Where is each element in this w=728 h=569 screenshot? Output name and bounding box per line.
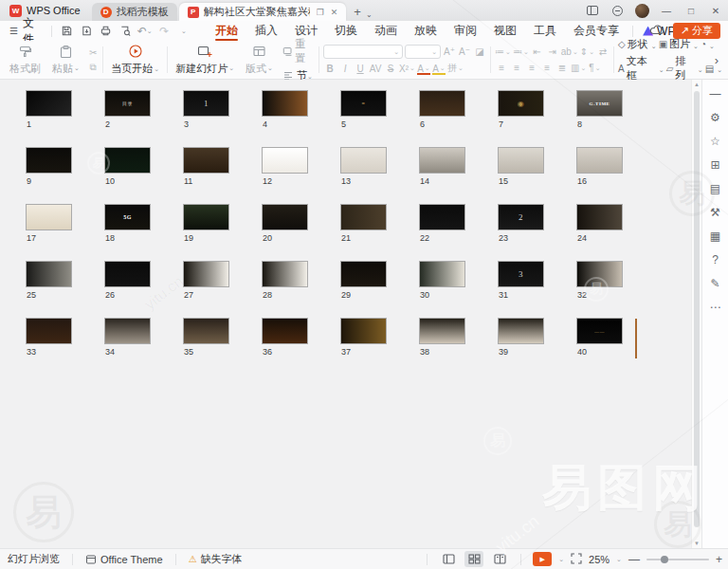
slide-thumbnail-17[interactable] — [26, 204, 72, 230]
slide-thumbnail-13[interactable] — [340, 147, 387, 174]
slide-thumbnail-19[interactable] — [183, 204, 229, 230]
play-options-chevron-icon[interactable]: ⌄ — [558, 556, 564, 563]
print-button[interactable] — [96, 23, 116, 40]
play-from-current-button[interactable]: 当页开始⌄ — [107, 44, 163, 76]
print-preview-button[interactable] — [116, 23, 136, 40]
strikethrough-button[interactable]: S — [384, 62, 397, 75]
new-slide-button[interactable]: 新建幻灯片⌄ — [172, 45, 238, 76]
zoom-in-button[interactable]: + — [716, 553, 722, 566]
maximize-button[interactable]: □ — [679, 0, 703, 21]
slide-thumbnail-4[interactable] — [262, 90, 308, 117]
increase-indent-button[interactable]: ⇥ — [546, 46, 559, 59]
scroll-up-icon[interactable]: ▲ — [692, 82, 701, 87]
slide-thumbnail-40[interactable]: —— — [576, 318, 623, 344]
properties-icon[interactable]: ⚙ — [710, 111, 720, 124]
highlight-color-button[interactable]: A — [432, 64, 446, 75]
slide-thumbnail-39[interactable] — [498, 318, 544, 344]
zoom-out-button[interactable]: — — [628, 553, 640, 566]
zoom-slider-knob[interactable] — [661, 556, 668, 563]
menu-tab-放映[interactable]: 放映 — [406, 21, 446, 41]
slide-thumbnail-6[interactable] — [419, 90, 465, 117]
char-spacing-button[interactable]: AV — [369, 62, 382, 75]
slide-thumbnail-9[interactable] — [26, 147, 72, 174]
decrease-font-button[interactable]: A⁻ — [458, 46, 471, 59]
paragraph-settings-button[interactable]: ¶ — [588, 62, 601, 75]
slide-thumbnail-34[interactable] — [104, 318, 151, 344]
menu-tab-审阅[interactable]: 审阅 — [446, 21, 485, 41]
decrease-indent-button[interactable]: ⇤ — [531, 46, 544, 59]
help-icon[interactable]: ? — [712, 253, 719, 266]
vertical-scrollbar[interactable]: ▲ ▼ — [691, 80, 701, 548]
slide-thumbnail-5[interactable]: ≡ — [340, 90, 387, 117]
layout-toggle-button[interactable] — [580, 0, 605, 21]
slide-thumbnail-31[interactable]: 3 — [498, 261, 544, 287]
justify-button[interactable]: ≡ — [540, 62, 554, 75]
align-right-button[interactable]: ≡ — [525, 62, 538, 75]
close-button[interactable]: ✕ — [703, 0, 728, 21]
slide-thumbnail-16[interactable] — [576, 147, 623, 174]
bold-button[interactable]: B — [323, 62, 337, 75]
tab-list-chevron-icon[interactable]: ⌄ — [366, 10, 373, 21]
slide-sorter-view-button[interactable] — [464, 551, 483, 567]
favorites-icon[interactable]: ☆ — [710, 135, 720, 148]
arrange-button[interactable]: ▱排列 — [666, 54, 703, 83]
shapes-button[interactable]: ◇形状 — [618, 37, 657, 51]
slide-thumbnail-18[interactable]: 5G — [104, 204, 151, 230]
tools-icon[interactable]: ⚒ — [710, 206, 720, 219]
slide-thumbnail-22[interactable] — [419, 204, 465, 230]
format-painter-button[interactable]: 格式刷 — [6, 45, 45, 76]
text-direction-button[interactable]: ⇄ — [596, 46, 610, 59]
expand-ribbon-button[interactable]: › — [715, 53, 719, 67]
italic-button[interactable]: I — [338, 62, 352, 75]
fill-style-button[interactable]: ◔ — [701, 39, 715, 50]
slide-thumbnail-36[interactable] — [262, 318, 308, 344]
minimize-button[interactable]: — — [654, 0, 679, 21]
slide-thumbnail-37[interactable] — [340, 318, 387, 344]
layout-button[interactable]: 版式⌄ — [242, 45, 277, 76]
feedback-icon[interactable]: ✎ — [710, 277, 719, 290]
quickbar-more-button[interactable]: ⌄ — [174, 23, 194, 40]
menu-tab-切换[interactable]: 切换 — [326, 21, 366, 41]
font-color-button[interactable]: A — [417, 64, 430, 75]
align-center-button[interactable]: ≡ — [510, 62, 523, 75]
resources-icon[interactable]: ▦ — [710, 229, 720, 243]
distribute-button[interactable]: ≣ — [555, 62, 569, 75]
slide-thumbnail-30[interactable] — [419, 261, 465, 287]
global-settings-button[interactable] — [605, 0, 629, 21]
reading-view-button[interactable] — [490, 551, 509, 567]
superscript-button[interactable]: X² — [399, 62, 415, 75]
slide-thumbnail-32[interactable] — [576, 261, 623, 287]
paste-button[interactable]: 粘贴⌄ — [48, 45, 83, 76]
increase-font-button[interactable]: A⁺ — [443, 46, 456, 59]
tab-preview-icon[interactable]: ❐ — [317, 8, 324, 17]
document-tab-docer[interactable]: D 找稻壳模板 — [92, 3, 177, 21]
copy-button[interactable]: ⧉ — [90, 62, 97, 73]
columns-button[interactable]: ▥ — [571, 62, 586, 75]
slide-thumbnail-28[interactable] — [262, 261, 308, 287]
font-size-select[interactable]: ⌄ — [405, 45, 441, 59]
document-tab-active[interactable]: P 解构社区大堂聚焦嘉兴科技站... ❐ ✕ — [179, 3, 347, 21]
slide-thumbnail-35[interactable] — [183, 318, 229, 344]
slide-thumbnail-3[interactable]: 1 — [183, 90, 229, 117]
cut-button[interactable]: ✂ — [89, 47, 97, 58]
slide-thumbnail-38[interactable] — [419, 318, 465, 344]
slide-thumbnail-21[interactable] — [340, 204, 387, 230]
fit-slide-button[interactable] — [571, 553, 582, 566]
slide-thumbnail-2[interactable]: 目录 — [104, 90, 151, 117]
text-shading-button[interactable]: ab — [561, 46, 578, 59]
clear-format-button[interactable]: ◪ — [473, 46, 486, 59]
align-left-button[interactable]: ≡ — [495, 62, 508, 75]
line-spacing-button[interactable]: ⇕ — [580, 46, 594, 59]
cloud-sync-button[interactable] — [649, 24, 664, 38]
slide-thumbnail-12[interactable] — [262, 147, 308, 174]
picture-button[interactable]: ▣图片 — [659, 37, 699, 51]
normal-view-button[interactable] — [439, 551, 458, 567]
slide-thumbnail-25[interactable] — [26, 261, 72, 287]
missing-fonts-button[interactable]: ⚠ 缺失字体 — [189, 552, 243, 566]
textbox-button[interactable]: A文本框 — [618, 54, 664, 83]
zoom-chevron-icon[interactable]: ⌄ — [616, 556, 622, 563]
account-button[interactable] — [629, 0, 654, 21]
collapse-icon[interactable]: — — [710, 87, 721, 101]
zoom-slider[interactable] — [646, 559, 709, 560]
menu-tab-开始[interactable]: 开始 — [207, 21, 246, 41]
